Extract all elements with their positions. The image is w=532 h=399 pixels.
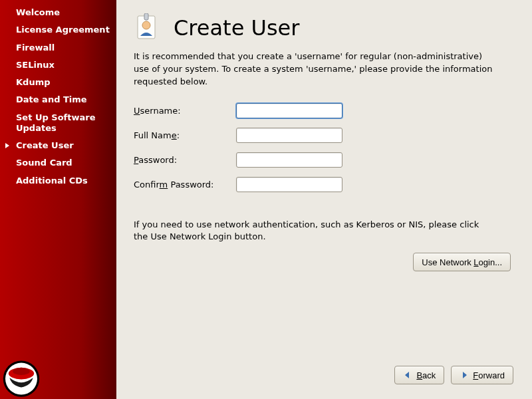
page-title: Create User [174,15,299,41]
svg-point-3 [13,368,30,375]
back-button[interactable]: Back [394,366,444,384]
create-user-form: Username: Full Name: Password: Confirm P… [134,103,513,192]
username-input[interactable] [236,103,342,118]
sidebar-item-additional-cds[interactable]: Additional CDs [0,172,116,190]
confirm-password-input[interactable] [236,177,342,192]
forward-button-label: Forward [473,370,505,380]
confirm-password-label: Confirm Password: [134,180,233,190]
svg-point-6 [142,21,150,29]
fullname-label: Full Name: [134,130,233,140]
sidebar-item-selinux[interactable]: SELinux [0,57,116,74]
sidebar-item-create-user[interactable]: Create User [0,137,116,154]
svg-rect-5 [144,13,148,20]
footer-buttons: Back Forward [394,366,513,384]
intro-text: It is recommended that you create a 'use… [134,51,493,88]
sidebar-item-set-up-software-updates[interactable]: Set Up Software Updates [0,109,116,138]
sidebar-item-kdump[interactable]: Kdump [0,74,116,91]
network-login-hint: If you need to use network authenticatio… [134,219,493,244]
use-network-login-label: Use Network Login... [422,257,502,267]
sidebar-item-welcome[interactable]: Welcome [0,4,116,21]
sidebar-item-date-and-time[interactable]: Date and Time [0,91,116,108]
password-input[interactable] [236,152,342,168]
sidebar-item-firewall[interactable]: Firewall [0,39,116,57]
forward-button[interactable]: Forward [451,366,513,384]
create-user-icon [134,13,163,43]
back-button-label: Back [416,370,436,380]
sidebar: Welcome License Agreement Firewall SELin… [0,0,116,399]
arrow-right-icon [460,370,469,380]
sidebar-item-license-agreement[interactable]: License Agreement [0,21,116,39]
arrow-left-icon [403,370,412,380]
fullname-input[interactable] [236,128,342,143]
main-panel: Create User It is recommended that you c… [116,0,532,399]
sidebar-item-sound-card[interactable]: Sound Card [0,154,116,172]
username-label: Username: [134,106,233,116]
password-label: Password: [134,155,233,165]
redhat-logo-icon [0,346,53,399]
use-network-login-button[interactable]: Use Network Login... [413,253,511,271]
